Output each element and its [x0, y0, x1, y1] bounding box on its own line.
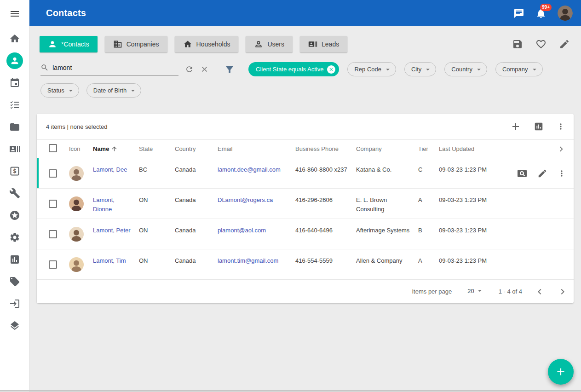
filter-chip-date-of-birth[interactable]: Date of Birth — [86, 83, 141, 98]
filter-chip-city[interactable]: City — [404, 62, 436, 76]
cell-phone: 416-296-2606 — [295, 189, 356, 219]
app-window: $ Contacts — [0, 0, 581, 392]
sidebar-item-billing[interactable]: $ — [0, 160, 29, 182]
contact-row[interactable]: Lamont, Tim ON Canada lamont.tim@gmail.c… — [37, 249, 574, 280]
contact-name-link[interactable]: Lamont, Tim — [93, 257, 126, 264]
calendar-icon — [9, 77, 20, 88]
more-columns-button[interactable] — [556, 144, 566, 154]
sidebar-item-directory[interactable] — [0, 138, 29, 160]
content-area: *Contacts Companies Households Users Lea… — [29, 26, 581, 392]
sidebar-item-documents[interactable] — [0, 116, 29, 138]
search-input[interactable] — [52, 64, 178, 71]
cell-tier: A — [418, 189, 439, 219]
column-header-email[interactable]: Email — [218, 145, 295, 152]
sidebar-item-reports[interactable] — [0, 248, 29, 271]
top-app-bar: Contacts 99+ — [29, 0, 581, 26]
row-more-button[interactable] — [557, 169, 566, 178]
contact-email-link[interactable]: lamont.tim@gmail.com — [218, 257, 278, 264]
add-contact-fab[interactable] — [548, 359, 574, 385]
sidebar-item-contacts[interactable] — [0, 50, 29, 72]
remove-filter-icon[interactable] — [327, 65, 335, 74]
tab-households[interactable]: Households — [175, 36, 239, 52]
contact-row[interactable]: Lamont, Dee BC Canada lamont.dee@gmail.c… — [37, 158, 574, 189]
applied-filter-chip[interactable]: Client State equals Active — [248, 62, 339, 76]
column-header-phone[interactable]: Business Phone — [295, 145, 356, 152]
contact-name-link[interactable]: Lamont, Dionne — [93, 196, 115, 213]
sidebar-item-layers[interactable] — [0, 315, 29, 337]
sidebar: $ — [0, 0, 29, 392]
search-field[interactable] — [40, 63, 178, 76]
tab-companies[interactable]: Companies — [105, 36, 167, 52]
menu-button[interactable] — [9, 8, 20, 19]
tab-contacts[interactable]: *Contacts — [40, 36, 98, 52]
chat-button[interactable] — [513, 8, 524, 19]
column-header-state[interactable]: State — [139, 145, 175, 152]
row-checkbox[interactable] — [49, 200, 57, 208]
notifications-button[interactable]: 99+ — [535, 8, 546, 19]
sidebar-item-tasks[interactable] — [0, 94, 29, 116]
tab-leads[interactable]: Leads — [300, 36, 347, 52]
preview-contact-button[interactable] — [517, 168, 528, 179]
cell-phone: 416-860-8800 x237 — [295, 158, 356, 188]
applied-filter-label: Client State equals Active — [256, 66, 323, 73]
contact-name-link[interactable]: Lamont, Peter — [93, 227, 131, 234]
filter-chips: Client State equals Active Rep Code City — [248, 62, 543, 76]
select-all-checkbox[interactable] — [49, 144, 57, 152]
more-vert-icon — [556, 122, 565, 131]
column-header-icon[interactable]: Icon — [69, 145, 93, 152]
sidebar-item-tools[interactable] — [0, 182, 29, 204]
filter-chip-company[interactable]: Company — [495, 62, 543, 76]
items-per-page-label: Items per page — [412, 288, 452, 295]
refresh-icon — [185, 65, 194, 74]
refresh-search-button[interactable] — [185, 65, 194, 74]
filter-button[interactable] — [224, 64, 235, 75]
edit-view-button[interactable] — [559, 39, 570, 50]
row-checkbox[interactable] — [49, 169, 57, 178]
cell-country: Canada — [175, 219, 218, 249]
list-more-button[interactable] — [556, 122, 565, 131]
contact-name-link[interactable]: Lamont, Dee — [93, 166, 127, 173]
save-view-button[interactable] — [512, 39, 523, 50]
contact-email-link[interactable]: lamont.dee@gmail.com — [218, 166, 281, 173]
contact-row[interactable]: Lamont, Dionne ON Canada DLamont@rogers.… — [37, 189, 574, 219]
filter-chip-country[interactable]: Country — [444, 62, 487, 76]
chevron-down-icon — [475, 65, 483, 74]
sidebar-item-settings[interactable] — [0, 226, 29, 248]
column-header-country[interactable]: Country — [175, 145, 218, 152]
person-icon — [48, 40, 57, 49]
contact-email-link[interactable]: DLamont@rogers.ca — [218, 196, 273, 203]
column-header-updated[interactable]: Last Updated — [439, 145, 497, 152]
column-header-company[interactable]: Company — [356, 145, 418, 152]
sidebar-item-exit[interactable] — [0, 293, 29, 315]
add-column-button[interactable] — [510, 121, 521, 132]
chip-label: Company — [502, 66, 528, 73]
sidebar-item-home[interactable] — [0, 28, 29, 50]
sidebar-item-tags[interactable] — [0, 271, 29, 293]
previous-page-button[interactable] — [534, 286, 545, 297]
cell-updated: 09-03-23 1:23 PM — [439, 189, 497, 219]
chip-label: Country — [451, 66, 472, 73]
chevron-down-icon — [67, 86, 75, 95]
column-header-tier[interactable]: Tier — [418, 145, 439, 152]
contact-email-link[interactable]: plamont@aol.com — [218, 227, 266, 234]
filter-chip-status[interactable]: Status — [40, 83, 79, 98]
sidebar-item-featured[interactable] — [0, 204, 29, 226]
chip-label: Date of Birth — [93, 87, 127, 94]
home-icon — [9, 33, 20, 44]
clear-search-button[interactable] — [200, 65, 209, 74]
horizontal-scrollbar[interactable] — [0, 390, 581, 392]
next-page-button[interactable] — [557, 286, 568, 297]
filter-chip-rep-code[interactable]: Rep Code — [347, 62, 396, 76]
edit-contact-button[interactable] — [537, 168, 547, 179]
contact-row[interactable]: Lamont, Peter ON Canada plamont@aol.com … — [37, 219, 574, 249]
profile-avatar-button[interactable] — [558, 6, 573, 21]
column-header-name[interactable]: Name — [93, 145, 139, 152]
leads-card-icon — [308, 40, 317, 49]
sidebar-item-calendar[interactable] — [0, 72, 29, 94]
items-per-page-select[interactable]: 20 — [464, 286, 483, 297]
row-checkbox[interactable] — [49, 230, 57, 238]
chart-view-button[interactable] — [534, 121, 544, 132]
tab-users[interactable]: Users — [246, 36, 293, 52]
row-checkbox[interactable] — [49, 260, 57, 269]
favorite-button[interactable] — [535, 39, 546, 50]
